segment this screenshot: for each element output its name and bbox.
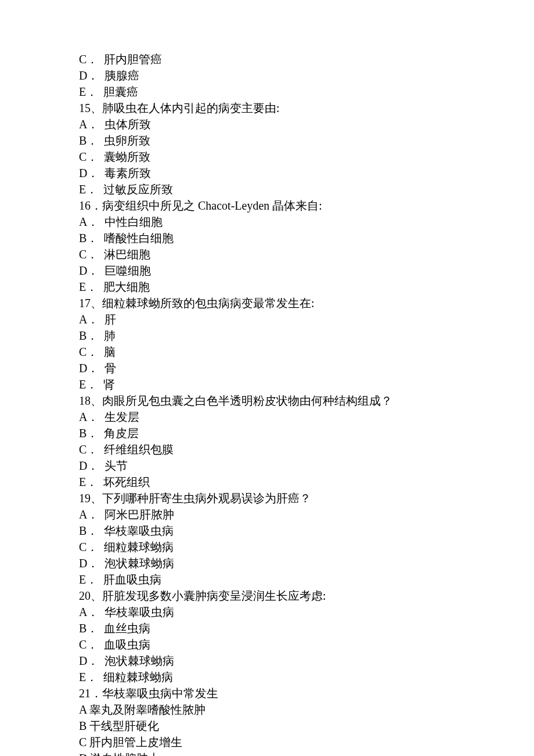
option-text: C． 血吸虫病	[79, 636, 534, 653]
option-text: E． 肥大细胞	[79, 279, 534, 295]
option-text: E． 肾	[79, 376, 534, 393]
option-text: C． 脑	[79, 344, 534, 360]
option-text: C． 淋巴细胞	[79, 246, 534, 262]
question-text: 17、细粒棘球蚴所致的包虫病病变最常发生在:	[79, 295, 534, 311]
option-text: A 睾丸及附睾嗜酸性脓肿	[79, 701, 534, 718]
option-text: D． 胰腺癌	[79, 67, 534, 84]
option-text: B． 角皮层	[79, 425, 534, 441]
question-text: 16．病变组织中所见之 Chacot-Leyden 晶体来自:	[79, 197, 534, 214]
option-text: B． 血丝虫病	[79, 620, 534, 636]
option-text: D． 头节	[79, 458, 534, 474]
question-text: 15、肺吸虫在人体内引起的病变主要由:	[79, 100, 534, 116]
question-text: 19、下列哪种肝寄生虫病外观易误诊为肝癌？	[79, 490, 534, 506]
option-text: D． 巨噬细胞	[79, 262, 534, 279]
option-text: B． 嗜酸性白细胞	[79, 230, 534, 246]
option-text: E． 坏死组织	[79, 474, 534, 490]
option-text: B 干线型肝硬化	[79, 718, 534, 734]
option-text: E． 胆囊癌	[79, 84, 534, 100]
question-text: 20、肝脏发现多数小囊肿病变呈浸润生长应考虑:	[79, 588, 534, 604]
document-page: C． 肝内胆管癌 D． 胰腺癌 E． 胆囊癌 15、肺吸虫在人体内引起的病变主要…	[0, 0, 534, 756]
option-text: C． 肝内胆管癌	[79, 51, 534, 67]
option-text: A． 生发层	[79, 409, 534, 425]
option-text: C． 细粒棘球蚴病	[79, 539, 534, 555]
option-text: E． 肝血吸虫病	[79, 571, 534, 588]
question-text: 21．华枝睾吸虫病中常发生	[79, 685, 534, 701]
option-text: D． 骨	[79, 360, 534, 376]
option-text: A． 肝	[79, 311, 534, 327]
option-text: D 淤血性脾肿大	[79, 750, 534, 756]
question-text: 18、肉眼所见包虫囊之白色半透明粉皮状物由何种结构组成？	[79, 393, 534, 409]
option-text: A． 华枝睾吸虫病	[79, 604, 534, 620]
option-text: B． 肺	[79, 327, 534, 344]
option-text: C． 纤维组织包膜	[79, 441, 534, 458]
option-text: D． 毒素所致	[79, 165, 534, 181]
option-text: D． 泡状棘球蚴病	[79, 555, 534, 571]
option-text: A． 中性白细胞	[79, 214, 534, 230]
option-text: C． 囊蚴所致	[79, 149, 534, 165]
option-text: E． 过敏反应所致	[79, 181, 534, 197]
option-text: E． 细粒棘球蚴病	[79, 669, 534, 685]
option-text: B． 华枝睾吸虫病	[79, 523, 534, 539]
option-text: A． 阿米巴肝脓肿	[79, 506, 534, 523]
option-text: A． 虫体所致	[79, 116, 534, 132]
option-text: B． 虫卵所致	[79, 132, 534, 149]
option-text: D． 泡状棘球蚴病	[79, 653, 534, 669]
option-text: C 肝内胆管上皮增生	[79, 734, 534, 750]
